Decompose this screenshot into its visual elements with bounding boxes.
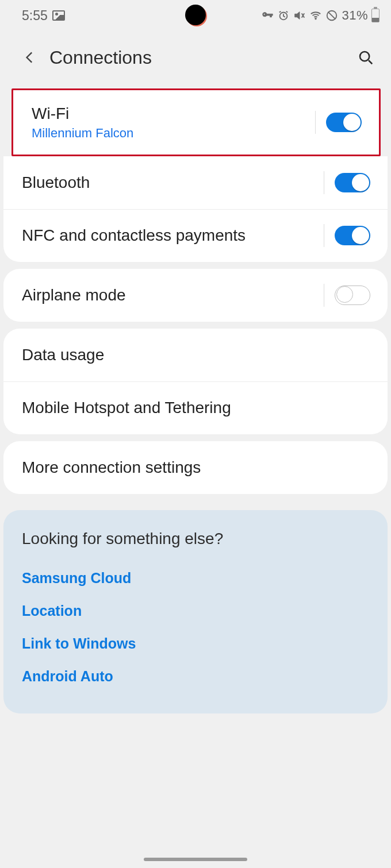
vpn-key-icon	[261, 9, 274, 22]
airplane-toggle[interactable]	[335, 286, 370, 305]
airplane-group: Airplane mode	[3, 269, 388, 322]
link-samsung-cloud[interactable]: Samsung Cloud	[22, 562, 369, 595]
data-group: Data usage Mobile Hotspot and Tethering	[3, 329, 388, 434]
image-icon	[52, 10, 65, 21]
hotspot-label: Mobile Hotspot and Tethering	[22, 398, 370, 418]
status-left: 5:55	[22, 8, 65, 24]
divider	[324, 171, 324, 194]
svg-point-3	[360, 52, 369, 61]
wifi-label: Wi-Fi	[32, 104, 315, 124]
more-settings-label: More connection settings	[22, 458, 370, 477]
wifi-icon	[309, 9, 322, 22]
no-data-icon	[325, 9, 338, 22]
more-group: More connection settings	[3, 441, 388, 494]
bluetooth-toggle[interactable]	[335, 173, 370, 192]
divider	[324, 284, 324, 307]
wifi-toggle[interactable]	[326, 113, 362, 132]
wifi-row-highlight: Wi-Fi Millennium Falcon	[12, 88, 381, 156]
svg-line-4	[369, 60, 372, 64]
more-settings-row[interactable]: More connection settings	[3, 441, 388, 494]
bluetooth-row[interactable]: Bluetooth	[3, 156, 388, 209]
suggestions-card: Looking for something else? Samsung Clou…	[3, 510, 388, 713]
divider	[315, 111, 316, 134]
status-time: 5:55	[22, 8, 48, 24]
connections-group-1: Bluetooth NFC and contactless payments	[3, 156, 388, 262]
mute-icon	[293, 9, 306, 22]
battery-icon	[371, 9, 379, 22]
link-android-auto[interactable]: Android Auto	[22, 660, 369, 693]
nfc-toggle[interactable]	[335, 226, 370, 245]
wifi-network-name: Millennium Falcon	[32, 126, 315, 141]
page-header: Connections	[0, 33, 391, 82]
alarm-icon	[277, 9, 290, 22]
data-usage-label: Data usage	[22, 345, 370, 365]
status-right: 31%	[261, 8, 379, 23]
status-bar: 5:55 31%	[0, 0, 391, 31]
nfc-label: NFC and contactless payments	[22, 226, 324, 245]
back-button[interactable]	[17, 45, 43, 70]
airplane-label: Airplane mode	[22, 286, 324, 305]
page-title: Connections	[49, 47, 353, 68]
hotspot-row[interactable]: Mobile Hotspot and Tethering	[3, 381, 388, 434]
search-button[interactable]	[353, 45, 378, 70]
bluetooth-label: Bluetooth	[22, 173, 324, 192]
suggestions-heading: Looking for something else?	[22, 530, 369, 548]
wifi-row[interactable]: Wi-Fi Millennium Falcon	[13, 90, 379, 155]
nfc-row[interactable]: NFC and contactless payments	[3, 209, 388, 262]
gesture-bar[interactable]	[144, 858, 247, 861]
status-notch	[185, 5, 206, 25]
link-location[interactable]: Location	[22, 595, 369, 627]
link-link-to-windows[interactable]: Link to Windows	[22, 627, 369, 660]
battery-percentage: 31%	[342, 8, 368, 23]
data-usage-row[interactable]: Data usage	[3, 329, 388, 381]
divider	[324, 224, 324, 247]
airplane-row[interactable]: Airplane mode	[3, 269, 388, 322]
svg-point-1	[315, 18, 317, 20]
